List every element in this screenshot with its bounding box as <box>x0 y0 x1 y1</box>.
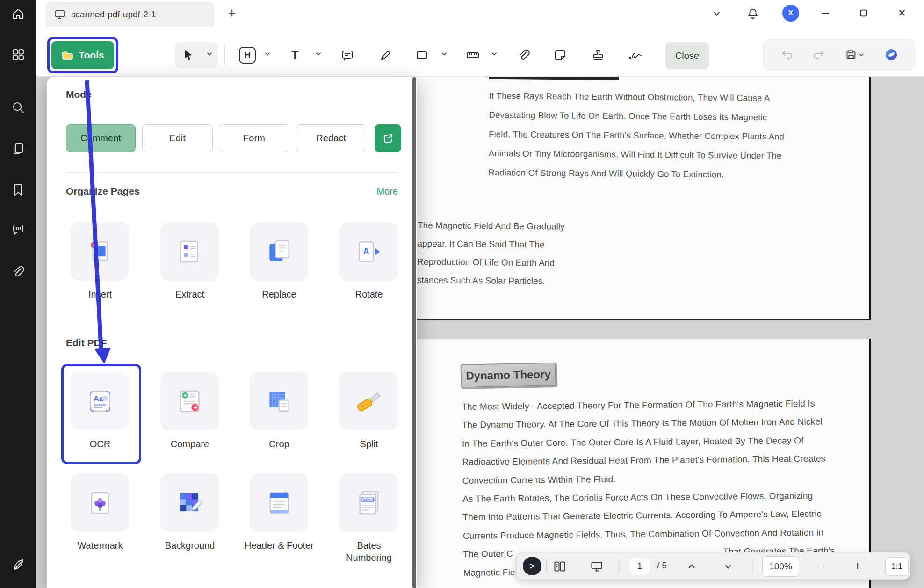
organize-more-link[interactable]: More <box>376 186 398 197</box>
search-button[interactable] <box>11 101 25 115</box>
undo-icon <box>780 48 794 62</box>
rotate-icon: A <box>354 237 383 266</box>
organize-insert-item: Insert <box>71 222 129 300</box>
header-footer-card[interactable] <box>250 473 308 532</box>
watermark-card[interactable] <box>71 473 129 532</box>
compare-card[interactable] <box>160 372 219 430</box>
expand-panel-button[interactable]: > <box>523 557 541 575</box>
split-card[interactable] <box>339 372 398 430</box>
close-toolbar-button[interactable]: Close <box>665 42 709 69</box>
highlight-tool[interactable]: H <box>237 43 258 67</box>
bates-numbering-icon: 000123 <box>354 488 383 517</box>
home-icon <box>11 7 25 21</box>
window-maximize-button[interactable] <box>855 4 873 22</box>
comments-button[interactable] <box>11 223 25 237</box>
sticker-tool[interactable] <box>549 43 571 67</box>
rotate-card[interactable]: A <box>339 222 398 281</box>
mode-redact-button[interactable]: Redact <box>296 124 366 152</box>
mode-edit-button[interactable]: Edit <box>142 124 213 152</box>
redo-icon <box>812 48 826 62</box>
brand-logo-button[interactable] <box>11 558 25 572</box>
mode-form-button[interactable]: Form <box>219 124 289 152</box>
extract-card[interactable] <box>160 222 219 281</box>
window-close-button[interactable]: ✕ <box>893 4 911 22</box>
doc-line: Radiation Of Strong Rays And Will Quickl… <box>488 163 797 185</box>
chevron-down-icon <box>723 561 733 572</box>
crop-card[interactable] <box>250 372 308 430</box>
doc-line: Reproduction Of Life On Earth And <box>417 253 571 272</box>
comment-icon <box>11 223 25 237</box>
pages-button[interactable] <box>11 142 25 156</box>
panel-scrollbar[interactable] <box>412 77 416 588</box>
apps-grid-button[interactable] <box>11 48 25 62</box>
open-external-button[interactable] <box>375 124 401 152</box>
bates-numbering-card[interactable]: 000123 <box>339 473 398 532</box>
attach-tool[interactable] <box>513 43 534 67</box>
shape-tool-dropdown[interactable] <box>440 50 448 58</box>
text-tool-dropdown[interactable] <box>314 50 323 58</box>
two-page-view-icon <box>553 560 566 573</box>
sticker-icon <box>553 48 567 62</box>
new-tab-button[interactable]: + <box>223 3 241 23</box>
signature-icon <box>628 48 642 62</box>
zoom-in-button[interactable]: + <box>848 556 867 576</box>
doc-line: If These Rays Reach The Earth Without Ob… <box>489 86 798 108</box>
card-label: Header & Footer <box>244 539 314 552</box>
undo-button[interactable] <box>779 46 795 63</box>
select-tool-dropdown[interactable] <box>205 50 214 58</box>
pen-tool[interactable] <box>375 43 397 67</box>
previous-page-button[interactable] <box>684 559 699 574</box>
document-tab[interactable]: scanned-pdf-updf-2-1 <box>46 2 214 27</box>
plus-icon: + <box>854 559 861 573</box>
stamp-tool[interactable] <box>587 43 609 67</box>
background-card[interactable] <box>160 473 219 532</box>
home-button[interactable] <box>11 7 25 21</box>
mode-comment-button[interactable]: Comment <box>66 124 136 152</box>
highlight-tool-dropdown[interactable] <box>263 50 272 58</box>
note-tool[interactable] <box>337 43 358 67</box>
insert-card[interactable] <box>71 222 129 281</box>
user-avatar[interactable]: X <box>782 5 799 22</box>
history-save-group <box>763 39 915 70</box>
text-tool[interactable]: T <box>284 43 306 67</box>
edit-compare-item: Compare <box>160 372 219 450</box>
actual-size-button[interactable]: 1:1 <box>885 557 909 576</box>
save-button[interactable] <box>842 46 868 63</box>
presentation-button[interactable] <box>589 559 604 574</box>
replace-card[interactable] <box>250 222 308 281</box>
left-sidebar <box>0 0 36 588</box>
page-number-input[interactable] <box>629 558 650 574</box>
tools-button[interactable]: Tools <box>51 41 114 69</box>
signature-tool[interactable] <box>624 43 646 67</box>
tab-list-dropdown[interactable] <box>708 5 725 22</box>
compare-icon <box>175 387 204 416</box>
next-page-button[interactable] <box>721 559 736 574</box>
redo-button[interactable] <box>810 46 827 63</box>
attachments-button[interactable] <box>11 265 25 279</box>
app-window: scanned-pdf-updf-2-1 + X ✕ Tools <box>0 0 924 588</box>
reading-view-button[interactable] <box>552 559 567 574</box>
zoom-level-button[interactable]: 100% <box>762 556 799 577</box>
edit-background-item: Background <box>160 473 219 552</box>
section-divider <box>66 172 398 173</box>
organize-rotate-item: A Rotate <box>339 222 398 300</box>
note-icon <box>340 48 354 62</box>
bell-icon <box>746 7 759 20</box>
zoom-out-button[interactable]: − <box>811 556 831 576</box>
extract-icon <box>175 237 204 266</box>
shape-tool[interactable] <box>411 43 433 67</box>
notifications-button[interactable] <box>744 5 761 22</box>
ai-assistant-button[interactable] <box>883 46 900 63</box>
mode-section-title: Mode <box>66 89 92 100</box>
select-tool[interactable] <box>178 43 200 67</box>
measure-tool-dropdown[interactable] <box>490 50 498 58</box>
search-icon <box>11 101 25 115</box>
window-minimize-button[interactable] <box>816 4 834 22</box>
text-letter-icon: T <box>291 49 298 62</box>
bookmark-button[interactable] <box>11 183 25 197</box>
rectangle-icon <box>415 48 429 62</box>
measure-tool[interactable] <box>462 43 484 67</box>
organize-section-header: Organize Pages More <box>66 186 398 197</box>
chevron-up-icon <box>686 561 697 572</box>
chevron-down-icon <box>263 50 272 58</box>
